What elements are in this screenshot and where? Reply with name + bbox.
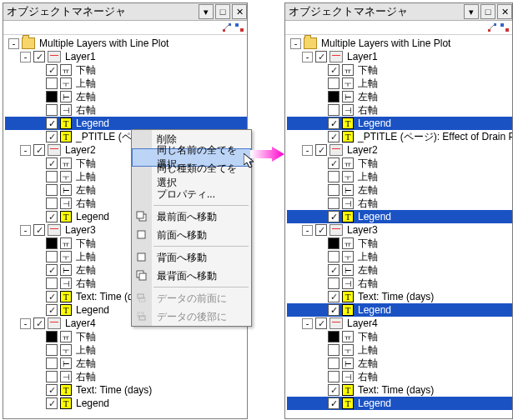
tree-item[interactable]: ⊢左軸	[287, 263, 512, 277]
tree-layer1[interactable]: -Layer1	[287, 50, 512, 63]
checkbox[interactable]	[46, 291, 58, 302]
checkbox[interactable]	[46, 264, 58, 276]
checkbox[interactable]	[328, 291, 339, 302]
collapse-icon[interactable]: -	[290, 38, 301, 49]
checkbox[interactable]	[328, 344, 339, 356]
tree-item-legend-selected[interactable]: TLegend	[287, 210, 512, 223]
checkbox[interactable]	[46, 251, 58, 262]
checkbox[interactable]	[328, 198, 339, 209]
checkbox[interactable]	[46, 211, 58, 222]
tree-item[interactable]: ㅜ上軸	[5, 77, 247, 90]
checkbox[interactable]	[46, 304, 58, 316]
tool-icon-2[interactable]	[234, 22, 244, 32]
checkbox[interactable]	[33, 224, 45, 236]
tree-item[interactable]: ㅜ上軸	[287, 77, 512, 90]
checkbox[interactable]	[46, 184, 58, 196]
checkbox[interactable]	[46, 131, 58, 142]
checkbox[interactable]	[46, 371, 58, 382]
tree-item[interactable]: ⊢左軸	[5, 90, 247, 103]
collapse-icon[interactable]: -	[302, 225, 313, 236]
checkbox[interactable]	[33, 51, 45, 62]
tool-icon-1[interactable]	[221, 22, 232, 32]
tree-item[interactable]: TText: Time (days)	[287, 290, 512, 303]
maximize-button[interactable]: □	[480, 4, 495, 19]
menu-item-forward[interactable]: 前面へ移動	[132, 226, 251, 244]
tree-item-legend-selected[interactable]: TLegend	[287, 303, 512, 317]
checkbox[interactable]	[328, 158, 339, 169]
checkbox[interactable]	[328, 304, 339, 316]
collapse-icon[interactable]: -	[302, 145, 313, 156]
tree-item[interactable]: ⊣右軸	[287, 277, 512, 290]
tree-item[interactable]: ㅜ上軸	[287, 250, 512, 263]
checkbox[interactable]	[328, 371, 339, 382]
collapse-icon[interactable]: -	[302, 318, 313, 329]
tree-item-legend-selected[interactable]: TLegend	[287, 397, 512, 410]
checkbox[interactable]	[46, 344, 58, 356]
checkbox[interactable]	[328, 251, 339, 262]
tool-icon-1[interactable]	[486, 22, 497, 32]
checkbox[interactable]	[46, 398, 58, 409]
tree-layer2[interactable]: -Layer2	[287, 143, 512, 157]
tree-item-legend-selected[interactable]: TLegend	[5, 117, 247, 130]
tree-layer3[interactable]: -Layer3	[287, 223, 512, 237]
tree-item[interactable]: ⊢左軸	[287, 357, 512, 370]
checkbox[interactable]	[46, 384, 58, 396]
checkbox[interactable]	[328, 78, 339, 89]
checkbox[interactable]	[315, 318, 327, 329]
collapse-icon[interactable]: -	[302, 52, 313, 62]
tree-layer1[interactable]: -Layer1	[5, 50, 247, 63]
menu-item-to-back[interactable]: 最背面へ移動	[132, 267, 251, 285]
tree-item[interactable]: T_PTITLE (ページ): Effect of Drain Para	[287, 130, 512, 143]
tree-item[interactable]: ㅜ上軸	[287, 170, 512, 183]
tree-layer4[interactable]: -Layer4	[287, 317, 512, 330]
close-button[interactable]: ✕	[497, 4, 512, 19]
tree-item[interactable]: ⊣右軸	[287, 370, 512, 383]
menu-item-select-same-type[interactable]: 同じ種類の全てを選択	[132, 167, 251, 185]
collapse-icon[interactable]: -	[20, 145, 31, 156]
tree-item[interactable]: ㅠ下軸	[287, 157, 512, 170]
checkbox[interactable]	[46, 331, 58, 342]
checkbox[interactable]	[46, 104, 58, 116]
collapse-icon[interactable]: -	[20, 52, 31, 62]
tree-item[interactable]: TText: Time (days)	[287, 383, 512, 397]
tree-item[interactable]: TText: Time (days)	[5, 383, 247, 397]
checkbox[interactable]	[328, 211, 339, 222]
checkbox[interactable]	[46, 78, 58, 89]
checkbox[interactable]	[315, 224, 327, 236]
checkbox[interactable]	[328, 358, 339, 369]
checkbox[interactable]	[328, 118, 339, 129]
menu-item-properties[interactable]: プロパティ...	[132, 185, 251, 203]
tree-item[interactable]: ⊣右軸	[5, 103, 247, 117]
checkbox[interactable]	[328, 331, 339, 342]
collapse-icon[interactable]: -	[8, 38, 19, 49]
pin-button[interactable]: ▾	[464, 4, 479, 19]
tree-item[interactable]: ⊣右軸	[287, 103, 512, 117]
checkbox[interactable]	[46, 238, 58, 249]
checkbox[interactable]	[315, 51, 327, 62]
checkbox[interactable]	[328, 238, 339, 249]
tree-item[interactable]: ㅠ下軸	[287, 330, 512, 343]
checkbox[interactable]	[46, 171, 58, 182]
tree-item[interactable]: ㅠ下軸	[5, 330, 247, 343]
tree-root[interactable]: -Multiple Layers with Line Plot	[5, 37, 247, 50]
tree-item[interactable]: ⊣右軸	[287, 197, 512, 210]
checkbox[interactable]	[328, 278, 339, 289]
checkbox[interactable]	[46, 358, 58, 369]
checkbox[interactable]	[328, 131, 339, 142]
checkbox[interactable]	[46, 158, 58, 169]
tree-item[interactable]: ㅜ上軸	[5, 343, 247, 357]
tree-item[interactable]: ⊢左軸	[5, 357, 247, 370]
tree-item[interactable]: ㅠ下軸	[287, 237, 512, 250]
collapse-icon[interactable]: -	[20, 318, 31, 329]
checkbox[interactable]	[328, 104, 339, 116]
pin-button[interactable]: ▾	[199, 4, 214, 19]
checkbox[interactable]	[328, 184, 339, 196]
menu-item-backward[interactable]: 背面へ移動	[132, 248, 251, 267]
checkbox[interactable]	[328, 398, 339, 409]
checkbox[interactable]	[328, 171, 339, 182]
menu-item-to-front[interactable]: 最前面へ移動	[132, 208, 251, 226]
checkbox[interactable]	[46, 118, 58, 129]
checkbox[interactable]	[328, 264, 339, 276]
tree-item[interactable]: ⊢左軸	[287, 90, 512, 103]
tree-item[interactable]: ⊣右軸	[5, 370, 247, 383]
